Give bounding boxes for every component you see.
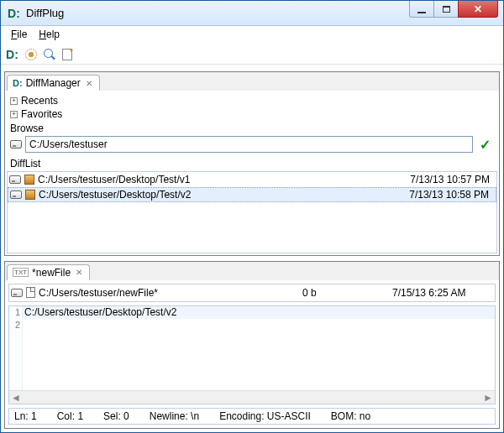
tab-row-bottom: TXT *newFile ✕ [5,262,499,280]
row-path: C:/Users/testuser/Desktop/Test/v2 [39,189,398,201]
settings-icon[interactable] [25,49,37,60]
close-button[interactable]: ✕ [458,1,498,18]
maximize-button[interactable] [433,1,459,18]
scroll-right-icon[interactable]: ► [481,391,495,404]
file-time: 7/15/13 6:25 AM [392,287,493,299]
scroll-track[interactable] [23,391,481,404]
tab-label: DiffManager [26,77,81,89]
row-time: 7/13/13 10:58 PM [402,189,494,201]
browse-label: Browse [10,123,494,134]
document-icon [26,287,35,298]
line-number: 1 [9,307,22,320]
difflist-section: DiffList C:/Users/testuser/Desktop/Test/… [5,156,499,255]
status-col: Col: 1 [57,410,83,422]
window-controls: ✕ [410,1,503,18]
tab-newfile[interactable]: TXT *newFile ✕ [7,264,90,280]
editor-line [23,319,495,331]
file-path: C:/Users/testuser/newFile* [39,287,299,299]
file-info-row[interactable]: C:/Users/testuser/newFile* 0 b 7/15/13 6… [9,284,495,301]
minimize-button[interactable] [409,1,434,18]
tab-label: *newFile [32,267,71,279]
file-size: 0 b [302,287,389,299]
window-title: DiffPlug [26,7,410,19]
difflist-row[interactable]: C:/Users/testuser/Desktop/Test/v1 7/13/1… [8,172,496,187]
content-area: D DiffManager ✕ + Recents + Favorites Br… [1,68,503,432]
search-icon[interactable] [44,49,55,60]
toolbar: D [1,44,503,65]
line-number: 2 [9,320,22,332]
menubar: File Help [1,26,503,43]
row-path: C:/Users/testuser/Desktop/Test/v1 [38,174,399,185]
diffmanager-pane: D DiffManager ✕ + Recents + Favorites Br… [4,71,500,256]
difflist-body: C:/Users/testuser/Desktop/Test/v1 7/13/1… [7,171,497,253]
status-line: Ln: 1 [14,410,37,422]
minimize-icon [417,12,426,13]
drive-icon [10,190,22,199]
txt-icon: TXT [13,268,29,277]
editor-line: C:/Users/testuser/Desktop/Test/v2 [23,306,495,319]
menu-file[interactable]: File [6,28,32,41]
status-sel: Sel: 0 [103,410,129,422]
tree-node-recents[interactable]: + Recents [10,94,494,107]
editor-text[interactable]: C:/Users/testuser/Desktop/Test/v2 [23,306,495,390]
new-file-icon[interactable] [62,49,72,60]
horizontal-scrollbar[interactable]: ◄ ► [9,390,495,404]
close-icon: ✕ [474,3,482,15]
status-newline: Newline: \n [150,410,199,422]
file-info-bar: C:/Users/testuser/newFile* 0 b 7/15/13 6… [8,284,496,302]
checkmark-icon: ✓ [476,137,494,153]
diffmanager-tab-icon: D [13,78,23,88]
gutter: 1 2 [9,306,23,390]
tab-row-top: D DiffManager ✕ [5,72,499,91]
status-bom: BOM: no [331,410,370,422]
tab-diffmanager[interactable]: D DiffManager ✕ [7,75,100,91]
menu-help[interactable]: Help [34,28,65,41]
editor-pane: TXT *newFile ✕ C:/Users/testuser/newFile… [4,261,500,429]
drive-icon [11,289,23,297]
row-time: 7/13/13 10:57 PM [402,174,495,185]
application-window: D DiffPlug ✕ File Help D D DiffManager ✕ [0,0,504,433]
package-icon [24,175,34,185]
tab-close-icon[interactable]: ✕ [74,268,84,277]
drive-icon[interactable] [10,140,22,149]
package-icon [25,190,35,200]
status-bar: Ln: 1 Col: 1 Sel: 0 Newline: \n Encoding… [8,408,496,425]
text-editor[interactable]: 1 2 C:/Users/testuser/Desktop/Test/v2 ◄ … [8,305,496,404]
tree: + Recents + Favorites [5,91,499,121]
browse-path-input[interactable] [25,136,473,153]
scroll-left-icon[interactable]: ◄ [9,391,23,404]
diffplug-icon[interactable]: D [6,48,18,61]
status-encoding: Encoding: US-ASCII [219,410,311,422]
tab-close-icon[interactable]: ✕ [84,79,94,88]
app-icon: D [8,7,21,20]
drive-icon [9,175,21,184]
expand-icon[interactable]: + [10,97,18,105]
titlebar[interactable]: D DiffPlug ✕ [1,1,503,26]
difflist-label: DiffList [7,156,497,171]
browse-section: Browse ✓ [5,121,499,156]
expand-icon[interactable]: + [10,111,18,118]
maximize-icon [443,6,450,13]
tree-node-favorites[interactable]: + Favorites [10,107,494,121]
difflist-row-selected[interactable]: C:/Users/testuser/Desktop/Test/v2 7/13/1… [8,187,496,202]
